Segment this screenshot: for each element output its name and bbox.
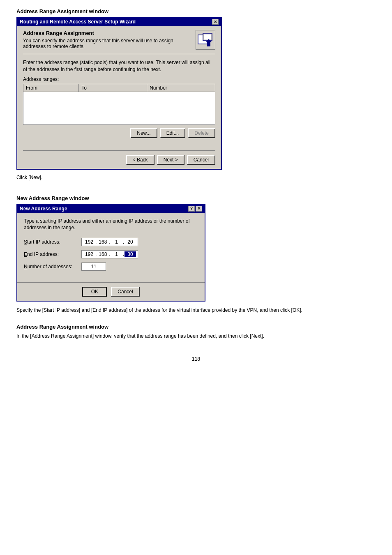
start-ip-label: Start IP address:: [24, 239, 81, 245]
num-addresses-label: Number of addresses:: [24, 264, 81, 269]
start-ip-input[interactable]: . . .: [81, 238, 138, 246]
address-ranges-label: Address ranges:: [23, 76, 215, 82]
new-dialog-titlebar: New Address Range ? ✕: [17, 205, 205, 213]
wizard-content-1: Address Range Assignment You can specify…: [17, 26, 221, 169]
new-dialog-content: Type a starting IP address and either an…: [17, 213, 205, 280]
end-ip-label: End IP address:: [24, 251, 81, 257]
col-number: Number: [147, 84, 215, 92]
list-header: From To Number: [23, 84, 215, 92]
ok-button[interactable]: OK: [82, 287, 107, 297]
new-title-buttons: ? ✕: [188, 206, 202, 212]
address-list-container: From To Number: [23, 84, 215, 125]
caption-2: Specify the [Start IP address] and [End …: [16, 306, 376, 314]
close-icon-1[interactable]: ✕: [212, 19, 219, 25]
list-buttons-1: New... Edit... Delete: [23, 128, 215, 138]
title-buttons-1: ✕: [212, 19, 219, 25]
cancel-button-1[interactable]: Cancel: [187, 155, 215, 165]
col-to: To: [79, 84, 147, 92]
end-ip-row: End IP address: . . .: [24, 250, 198, 258]
wizard-title-text-1: Routing and Remote Access Server Setup W…: [20, 19, 136, 25]
start-ip-row: Start IP address: . . .: [24, 238, 198, 246]
col-from: From: [23, 84, 79, 92]
page-number: 118: [16, 356, 376, 362]
num-addresses-row: Number of addresses:: [24, 263, 198, 271]
wizard-titlebar-1: Routing and Remote Access Server Setup W…: [17, 18, 221, 26]
end-ip-oct2[interactable]: [97, 251, 108, 257]
wizard-footer-1: < Back Next > Cancel: [23, 150, 215, 165]
new-title-text: New Address Range: [20, 206, 67, 212]
back-button-1[interactable]: < Back: [126, 155, 154, 165]
wizard-header-desc-1: You can specify the address ranges that …: [23, 38, 191, 49]
wizard-header-1: Address Range Assignment You can specify…: [23, 30, 215, 54]
end-ip-oct3[interactable]: [111, 251, 122, 257]
end-ip-input[interactable]: . . .: [81, 250, 138, 258]
section3-title: Address Range Assignment window: [16, 324, 376, 330]
caption-1: Click [New].: [16, 175, 376, 180]
edit-button[interactable]: Edit...: [160, 128, 186, 138]
end-ip-oct1[interactable]: [83, 251, 95, 257]
start-ip-oct2[interactable]: [97, 239, 108, 245]
new-button[interactable]: New...: [130, 128, 157, 138]
close-icon-2[interactable]: ✕: [196, 206, 202, 212]
next-button-1[interactable]: Next >: [157, 155, 184, 165]
section3-body: In the [Address Range Assignment] window…: [16, 332, 376, 340]
wizard-body-text-1: Enter the address ranges (static pools) …: [23, 59, 215, 73]
new-address-dialog: New Address Range ? ✕ Type a starting IP…: [16, 204, 205, 302]
cancel-button-2[interactable]: Cancel: [111, 287, 139, 297]
end-ip-oct4[interactable]: [125, 251, 136, 257]
wizard-icon-1: [196, 30, 215, 50]
wizard-header-title-1: Address Range Assignment: [23, 30, 191, 36]
svg-rect-2: [204, 34, 211, 40]
start-ip-oct1[interactable]: [83, 239, 95, 245]
start-ip-oct4[interactable]: [125, 239, 136, 245]
delete-button[interactable]: Delete: [188, 128, 215, 138]
new-dialog-desc: Type a starting IP address and either an…: [24, 218, 198, 232]
num-addresses-input[interactable]: [81, 263, 106, 271]
section2-title: New Address Range window: [16, 195, 376, 201]
wizard-header-text-1: Address Range Assignment You can specify…: [23, 30, 191, 49]
help-icon[interactable]: ?: [188, 206, 195, 212]
wizard-dialog-1: Routing and Remote Access Server Setup W…: [16, 17, 222, 170]
new-dialog-footer: OK Cancel: [17, 282, 205, 301]
start-ip-oct3[interactable]: [111, 239, 122, 245]
section1-title: Address Range Assignment window: [16, 8, 376, 14]
